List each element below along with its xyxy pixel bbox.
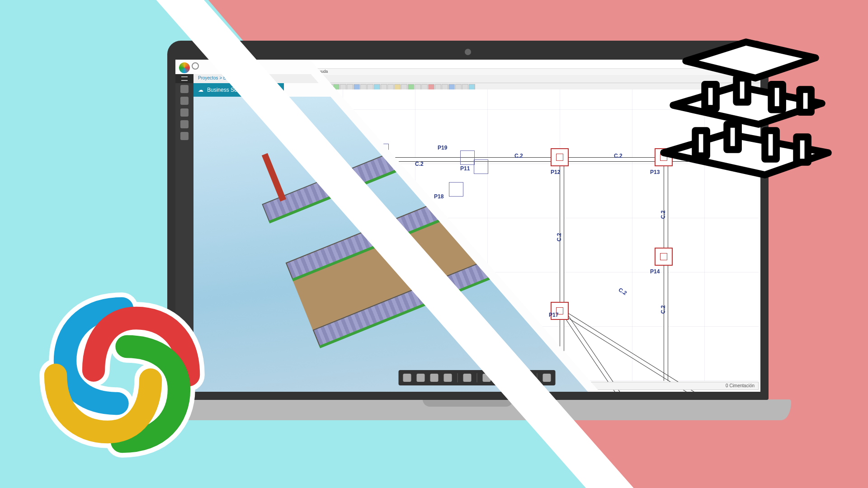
axes-icon[interactable] <box>417 374 425 382</box>
search-icon[interactable] <box>192 62 199 70</box>
app-logo-icon <box>179 62 190 73</box>
menu-toggle[interactable] <box>175 74 193 83</box>
section-icon[interactable] <box>510 374 518 382</box>
label-p17: P17 <box>549 312 558 318</box>
column-steel[interactable] <box>449 182 463 197</box>
column-concrete[interactable] <box>655 248 673 266</box>
column-concrete[interactable] <box>551 148 569 166</box>
label-c2: C.2 <box>415 161 424 167</box>
project-name: Business School <box>207 87 247 93</box>
fit-icon[interactable] <box>430 374 439 382</box>
orbit-icon[interactable] <box>483 374 491 382</box>
cloud-icon: ☁ <box>198 87 203 93</box>
svg-rect-2 <box>765 131 776 159</box>
label-c2: C.2 <box>660 211 666 219</box>
label-p19: P19 <box>438 145 447 151</box>
tool-icon[interactable] <box>326 84 333 90</box>
svg-rect-6 <box>771 84 783 110</box>
label-p11: P11 <box>460 165 470 172</box>
edge-icon[interactable] <box>524 374 532 382</box>
play-icon[interactable] <box>496 374 505 382</box>
column-steel[interactable] <box>474 160 488 174</box>
record-icon[interactable] <box>543 374 551 382</box>
settings-icon[interactable] <box>180 97 189 105</box>
cube-icon[interactable] <box>463 374 472 382</box>
list-icon[interactable] <box>180 132 189 140</box>
camera-icon <box>465 49 471 55</box>
svg-rect-7 <box>800 89 811 112</box>
bimserver-knot-icon <box>27 280 217 470</box>
label-p18: P18 <box>434 193 443 200</box>
view-toolbar <box>399 370 556 385</box>
structural-slabs-icon <box>651 23 841 194</box>
layers-icon[interactable] <box>180 120 189 128</box>
users-icon[interactable] <box>180 108 189 117</box>
svg-rect-3 <box>797 137 808 162</box>
home-icon[interactable] <box>403 374 411 382</box>
label-p12: P12 <box>551 169 560 175</box>
svg-rect-4 <box>705 84 716 108</box>
svg-rect-1 <box>727 124 738 150</box>
column-steel[interactable] <box>460 150 475 165</box>
laptop-base <box>145 399 791 420</box>
project-selector[interactable]: ☁ Business School ▾ <box>193 83 284 97</box>
label-c2: C.2 <box>660 305 666 314</box>
home-icon[interactable] <box>180 85 189 93</box>
label-c2: C.2 <box>556 233 562 242</box>
label-c2: C.2 <box>514 153 523 159</box>
svg-rect-0 <box>695 131 707 156</box>
svg-rect-5 <box>736 78 748 102</box>
label-c2: C.2 <box>614 153 623 159</box>
label-p14: P14 <box>650 268 660 275</box>
chevron-down-icon: ▾ <box>277 88 279 93</box>
box-icon[interactable] <box>444 374 452 382</box>
